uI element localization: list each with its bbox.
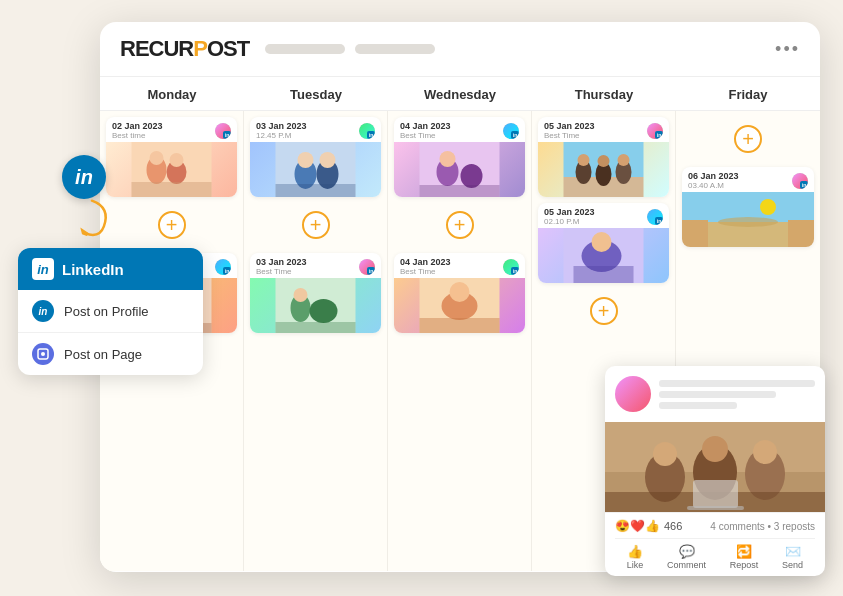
comment-button[interactable]: 💬 Comment xyxy=(667,544,706,570)
linkedin-badge: in xyxy=(655,131,663,139)
action-buttons: 👍 Like 💬 Comment 🔁 Repost ✉️ Send xyxy=(615,538,815,570)
tuesday-column: 03 Jan 2023 12.45 P.M in xyxy=(244,111,388,571)
svg-rect-20 xyxy=(276,322,356,333)
svg-point-23 xyxy=(440,151,456,167)
wednesday-post-2[interactable]: 04 Jan 2023 Best Time in xyxy=(394,253,525,333)
linkedin-badge: in xyxy=(655,217,663,225)
post-date: 05 Jan 2023 xyxy=(544,121,595,131)
send-icon: ✉️ xyxy=(785,544,801,559)
post-time: Best Time xyxy=(256,267,307,276)
monday-add-button[interactable]: + xyxy=(158,211,186,239)
svg-point-12 xyxy=(298,152,314,168)
like-icon: 👍 xyxy=(627,544,643,559)
svg-point-40 xyxy=(592,232,612,252)
svg-point-18 xyxy=(294,288,308,302)
repost-icon: 🔁 xyxy=(736,544,752,559)
post-image xyxy=(250,278,381,333)
linkedin-badge: in xyxy=(800,181,808,189)
comment-icon: 💬 xyxy=(679,544,695,559)
linkedin-icon-bubble[interactable]: in xyxy=(62,155,106,199)
linkedin-header-icon: in xyxy=(32,258,54,280)
send-button[interactable]: ✉️ Send xyxy=(782,544,803,570)
post-time: 03.40 A.M xyxy=(688,181,739,190)
svg-point-52 xyxy=(653,442,677,466)
post-image xyxy=(538,142,669,197)
post-image xyxy=(538,228,669,283)
post-date: 03 Jan 2023 xyxy=(256,257,307,267)
linkedin-badge: in xyxy=(223,131,231,139)
linkedin-header-text: LinkedIn xyxy=(62,261,124,278)
col-friday: Friday xyxy=(676,77,820,111)
calendar-day-headers: Monday Tuesday Wednesday Thursday Friday xyxy=(100,77,820,111)
svg-rect-5 xyxy=(132,182,212,197)
post-time: Best Time xyxy=(400,267,451,276)
svg-point-24 xyxy=(461,164,483,188)
thursday-post-2[interactable]: 05 Jan 2023 02.10 P.M in xyxy=(538,203,669,283)
friday-add-button-top[interactable]: + xyxy=(734,125,762,153)
post-date: 03 Jan 2023 xyxy=(256,121,307,131)
header-pill-2 xyxy=(355,44,435,54)
svg-point-45 xyxy=(718,217,778,227)
social-post-header xyxy=(605,366,825,422)
reaction-count: 466 xyxy=(664,520,682,532)
header-pill-1 xyxy=(265,44,345,54)
svg-point-2 xyxy=(150,151,164,165)
social-post-overlay: 😍❤️👍 466 4 comments • 3 reposts 👍 Like 💬… xyxy=(605,366,825,576)
svg-point-37 xyxy=(618,154,630,166)
post-avatar: in xyxy=(215,123,231,139)
post-date: 05 Jan 2023 xyxy=(544,207,595,217)
comments-reposts: 4 comments • 3 reposts xyxy=(710,521,815,532)
wednesday-post-1[interactable]: 04 Jan 2023 Best Time in xyxy=(394,117,525,197)
col-thursday: Thursday xyxy=(532,77,676,111)
linkedin-badge: in xyxy=(367,267,375,275)
svg-rect-41 xyxy=(574,266,634,283)
post-image xyxy=(394,142,525,197)
like-button[interactable]: 👍 Like xyxy=(627,544,644,570)
post-date: 06 Jan 2023 xyxy=(688,171,739,181)
monday-post-1[interactable]: 02 Jan 2023 Best time in xyxy=(106,117,237,197)
linkedin-badge: in xyxy=(511,267,519,275)
linkedin-dropdown: in LinkedIn in Post on Profile Post on P… xyxy=(18,248,203,375)
wednesday-add-button[interactable]: + xyxy=(446,211,474,239)
social-post-image xyxy=(605,422,825,512)
svg-rect-15 xyxy=(276,184,356,197)
comment-label: Comment xyxy=(667,560,706,570)
repost-label: Repost xyxy=(730,560,759,570)
post-profile-icon: in xyxy=(32,300,54,322)
post-avatar: in xyxy=(647,209,663,225)
header-more-button[interactable]: ••• xyxy=(775,39,800,60)
post-avatar: in xyxy=(503,259,519,275)
svg-point-35 xyxy=(598,155,610,167)
thursday-post-1[interactable]: 05 Jan 2023 Best Time in xyxy=(538,117,669,197)
svg-point-48 xyxy=(41,352,45,356)
social-post-footer: 😍❤️👍 466 4 comments • 3 reposts 👍 Like 💬… xyxy=(605,512,825,576)
repost-button[interactable]: 🔁 Repost xyxy=(730,544,759,570)
calendar-header: RECURPOST ••• xyxy=(100,22,820,77)
svg-point-33 xyxy=(578,154,590,166)
header-pills xyxy=(265,44,759,54)
linkedin-badge: in xyxy=(367,131,375,139)
wednesday-column: 04 Jan 2023 Best Time in xyxy=(388,111,532,571)
thursday-add-button[interactable]: + xyxy=(590,297,618,325)
linkedin-badge: in xyxy=(223,267,231,275)
app-logo: RECURPOST xyxy=(120,36,249,62)
post-page-icon xyxy=(32,343,54,365)
tuesday-add-button[interactable]: + xyxy=(302,211,330,239)
post-on-page-item[interactable]: Post on Page xyxy=(18,333,203,375)
tuesday-post-2[interactable]: 03 Jan 2023 Best Time in xyxy=(250,253,381,333)
like-label: Like xyxy=(627,560,644,570)
svg-point-56 xyxy=(753,440,777,464)
svg-point-54 xyxy=(702,436,728,462)
post-avatar: in xyxy=(359,123,375,139)
post-avatar: in xyxy=(647,123,663,139)
post-image xyxy=(394,278,525,333)
tuesday-post-1[interactable]: 03 Jan 2023 12.45 P.M in xyxy=(250,117,381,197)
friday-post-1[interactable]: 06 Jan 2023 03.40 A.M in xyxy=(682,167,814,247)
svg-point-19 xyxy=(310,299,338,323)
post-avatar: in xyxy=(359,259,375,275)
col-tuesday: Tuesday xyxy=(244,77,388,111)
post-on-page-label: Post on Page xyxy=(64,347,142,362)
text-line-3 xyxy=(659,402,737,409)
post-on-profile-item[interactable]: in Post on Profile xyxy=(18,290,203,333)
send-label: Send xyxy=(782,560,803,570)
